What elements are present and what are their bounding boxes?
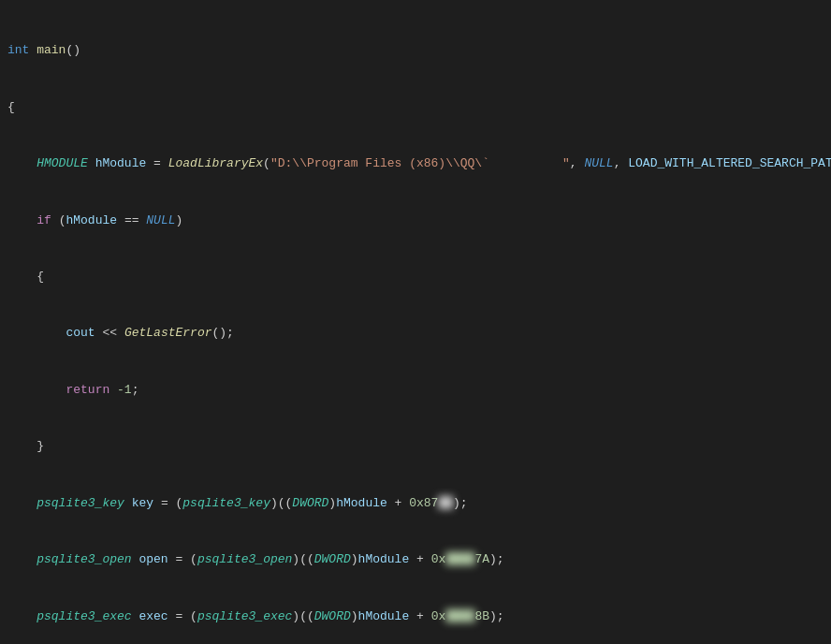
token-cout: cout [66, 326, 95, 340]
token-popen-cast: psqlite3_open [197, 552, 292, 566]
line-1: int main() [0, 41, 831, 60]
token-hmod5: hModule [358, 609, 410, 623]
line-4: if (hModule == NULL) [0, 212, 831, 230]
code-editor: int main() { HMODULE hModule = LoadLibra… [0, 0, 831, 644]
token-pkey-type: psqlite3_key [36, 496, 124, 510]
token-hmod3: hModule [336, 496, 387, 510]
token-loadlibex: LoadLibraryEx [168, 156, 263, 170]
line-9: psqlite3_key key = (psqlite3_key)((DWORD… [0, 494, 831, 513]
token-path-str: "D:\\Program Files (x86)\\QQ\` " [270, 156, 570, 170]
line-5: { [0, 268, 831, 286]
line-7: return -1; [0, 381, 831, 400]
token-offset1: 0x87 [409, 496, 438, 510]
token-null1: NULL [584, 156, 613, 170]
token-pkey-cast: psqlite3_key [182, 496, 270, 510]
token-hmod4: hModule [358, 552, 410, 566]
token-open-var: open [138, 552, 168, 566]
token-pexec-type: psqlite3_exec [36, 609, 131, 623]
token-int: int [7, 43, 29, 57]
token-dword3: DWORD [314, 609, 351, 623]
token-main: main [36, 43, 66, 57]
token-neg1: -1 [117, 383, 132, 397]
line-6: cout << GetLastError(); [0, 324, 831, 343]
token-dword2: DWORD [314, 552, 351, 566]
token-flag: LOAD_WITH_ALTERED_SEARCH_PATH [628, 156, 831, 170]
token-offset2: 0x████7A [431, 552, 489, 566]
line-8: } [0, 437, 831, 456]
token-hmodule: HMODULE [36, 156, 88, 170]
line-11: psqlite3_exec exec = (psqlite3_exec)((DW… [0, 607, 831, 626]
token-null2: NULL [146, 213, 175, 227]
line-2: { [0, 98, 831, 117]
token-hmodule-var: hModule [95, 156, 147, 170]
line-10: psqlite3_open open = (psqlite3_open)((DW… [0, 550, 831, 569]
token-return1: return [66, 383, 109, 397]
token-offset3: 0x████8B [431, 609, 489, 623]
token-key-var: key [132, 496, 153, 510]
token-getlasterror: GetLastError [124, 326, 212, 340]
line-3: HMODULE hModule = LoadLibraryEx("D:\\Pro… [0, 154, 831, 173]
token-hmod-var2: hModule [66, 213, 117, 227]
token-exec-var: exec [138, 609, 168, 623]
token-popen-type: psqlite3_open [36, 552, 131, 566]
token-dword1: DWORD [292, 496, 328, 510]
token-pexec-cast: psqlite3_exec [197, 609, 292, 623]
token-if: if [36, 213, 51, 227]
